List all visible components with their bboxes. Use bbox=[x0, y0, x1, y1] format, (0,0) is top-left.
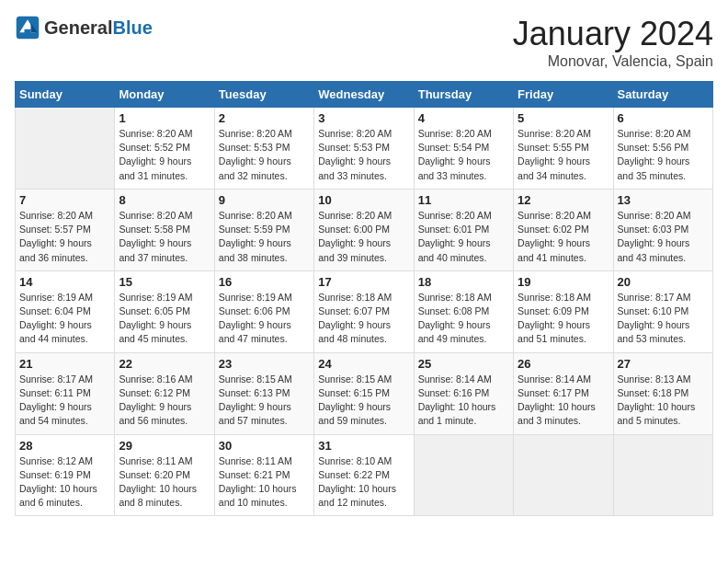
calendar-cell bbox=[514, 434, 613, 516]
day-info: Sunrise: 8:20 AM Sunset: 5:53 PM Dayligh… bbox=[318, 127, 409, 183]
day-number: 1 bbox=[119, 111, 210, 125]
day-info: Sunrise: 8:20 AM Sunset: 5:52 PM Dayligh… bbox=[119, 127, 210, 183]
day-number: 6 bbox=[618, 111, 709, 125]
logo-blue-text: Blue bbox=[112, 17, 152, 38]
calendar-cell: 9Sunrise: 8:20 AM Sunset: 5:59 PM Daylig… bbox=[214, 189, 313, 270]
day-info: Sunrise: 8:18 AM Sunset: 6:07 PM Dayligh… bbox=[318, 291, 409, 347]
calendar-cell: 26Sunrise: 8:14 AM Sunset: 6:17 PM Dayli… bbox=[514, 352, 613, 434]
calendar-cell: 22Sunrise: 8:16 AM Sunset: 6:12 PM Dayli… bbox=[115, 352, 214, 434]
day-number: 15 bbox=[119, 275, 210, 289]
day-info: Sunrise: 8:18 AM Sunset: 6:09 PM Dayligh… bbox=[518, 291, 609, 347]
day-info: Sunrise: 8:19 AM Sunset: 6:05 PM Dayligh… bbox=[119, 291, 210, 347]
day-number: 16 bbox=[219, 275, 310, 289]
calendar-cell: 4Sunrise: 8:20 AM Sunset: 5:54 PM Daylig… bbox=[414, 108, 513, 190]
weekday-header-wednesday: Wednesday bbox=[314, 82, 414, 108]
calendar-cell: 2Sunrise: 8:20 AM Sunset: 5:53 PM Daylig… bbox=[214, 108, 313, 190]
weekday-header-saturday: Saturday bbox=[613, 82, 712, 108]
day-info: Sunrise: 8:20 AM Sunset: 5:57 PM Dayligh… bbox=[19, 209, 110, 265]
weekday-header-friday: Friday bbox=[514, 82, 613, 108]
day-info: Sunrise: 8:15 AM Sunset: 6:15 PM Dayligh… bbox=[318, 373, 409, 429]
day-number: 23 bbox=[219, 357, 310, 371]
header: GeneralBlue January 2024 Monovar, Valenc… bbox=[15, 15, 713, 70]
calendar-cell: 14Sunrise: 8:19 AM Sunset: 6:04 PM Dayli… bbox=[16, 270, 115, 352]
day-info: Sunrise: 8:20 AM Sunset: 5:54 PM Dayligh… bbox=[418, 127, 509, 183]
calendar-cell: 29Sunrise: 8:11 AM Sunset: 6:20 PM Dayli… bbox=[115, 434, 214, 516]
calendar-cell: 12Sunrise: 8:20 AM Sunset: 6:02 PM Dayli… bbox=[514, 189, 613, 270]
logo-icon bbox=[15, 15, 40, 40]
day-number: 25 bbox=[418, 357, 509, 371]
day-info: Sunrise: 8:20 AM Sunset: 6:00 PM Dayligh… bbox=[318, 209, 409, 265]
day-number: 29 bbox=[119, 439, 210, 453]
weekday-header-thursday: Thursday bbox=[414, 82, 513, 108]
day-info: Sunrise: 8:20 AM Sunset: 5:53 PM Dayligh… bbox=[219, 127, 310, 183]
day-number: 14 bbox=[19, 275, 110, 289]
svg-rect-2 bbox=[25, 29, 31, 36]
day-info: Sunrise: 8:15 AM Sunset: 6:13 PM Dayligh… bbox=[219, 373, 310, 429]
calendar-cell bbox=[16, 108, 115, 190]
day-info: Sunrise: 8:13 AM Sunset: 6:18 PM Dayligh… bbox=[618, 373, 709, 429]
calendar-cell: 31Sunrise: 8:10 AM Sunset: 6:22 PM Dayli… bbox=[314, 434, 414, 516]
day-info: Sunrise: 8:12 AM Sunset: 6:19 PM Dayligh… bbox=[19, 454, 110, 511]
title-area: January 2024 Monovar, Valencia, Spain bbox=[513, 15, 713, 70]
day-info: Sunrise: 8:10 AM Sunset: 6:22 PM Dayligh… bbox=[318, 454, 409, 511]
calendar-cell: 7Sunrise: 8:20 AM Sunset: 5:57 PM Daylig… bbox=[16, 189, 115, 270]
calendar-cell: 11Sunrise: 8:20 AM Sunset: 6:01 PM Dayli… bbox=[414, 189, 513, 270]
calendar-cell: 27Sunrise: 8:13 AM Sunset: 6:18 PM Dayli… bbox=[613, 352, 712, 434]
weekday-header-row: SundayMondayTuesdayWednesdayThursdayFrid… bbox=[16, 82, 713, 108]
day-number: 5 bbox=[518, 111, 609, 125]
day-info: Sunrise: 8:14 AM Sunset: 6:16 PM Dayligh… bbox=[418, 373, 509, 429]
day-number: 2 bbox=[219, 111, 310, 125]
day-info: Sunrise: 8:20 AM Sunset: 6:02 PM Dayligh… bbox=[518, 209, 609, 265]
calendar-week-row: 1Sunrise: 8:20 AM Sunset: 5:52 PM Daylig… bbox=[16, 108, 713, 190]
day-number: 10 bbox=[318, 193, 409, 207]
calendar-cell: 21Sunrise: 8:17 AM Sunset: 6:11 PM Dayli… bbox=[16, 352, 115, 434]
calendar-cell: 30Sunrise: 8:11 AM Sunset: 6:21 PM Dayli… bbox=[214, 434, 313, 516]
day-number: 11 bbox=[418, 193, 509, 207]
calendar-table: SundayMondayTuesdayWednesdayThursdayFrid… bbox=[15, 81, 713, 516]
day-info: Sunrise: 8:19 AM Sunset: 6:06 PM Dayligh… bbox=[219, 291, 310, 347]
day-number: 21 bbox=[19, 357, 110, 371]
weekday-header-tuesday: Tuesday bbox=[214, 82, 313, 108]
day-info: Sunrise: 8:18 AM Sunset: 6:08 PM Dayligh… bbox=[418, 291, 509, 347]
day-info: Sunrise: 8:20 AM Sunset: 5:58 PM Dayligh… bbox=[119, 209, 210, 265]
day-info: Sunrise: 8:20 AM Sunset: 6:03 PM Dayligh… bbox=[618, 209, 709, 265]
calendar-week-row: 28Sunrise: 8:12 AM Sunset: 6:19 PM Dayli… bbox=[16, 434, 713, 516]
day-info: Sunrise: 8:19 AM Sunset: 6:04 PM Dayligh… bbox=[19, 291, 110, 347]
day-number: 7 bbox=[19, 193, 110, 207]
calendar-cell: 10Sunrise: 8:20 AM Sunset: 6:00 PM Dayli… bbox=[314, 189, 414, 270]
day-number: 24 bbox=[318, 357, 409, 371]
day-info: Sunrise: 8:20 AM Sunset: 6:01 PM Dayligh… bbox=[418, 209, 509, 265]
calendar-cell: 25Sunrise: 8:14 AM Sunset: 6:16 PM Dayli… bbox=[414, 352, 513, 434]
calendar-cell: 1Sunrise: 8:20 AM Sunset: 5:52 PM Daylig… bbox=[115, 108, 214, 190]
calendar-cell: 15Sunrise: 8:19 AM Sunset: 6:05 PM Dayli… bbox=[115, 270, 214, 352]
calendar-cell: 8Sunrise: 8:20 AM Sunset: 5:58 PM Daylig… bbox=[115, 189, 214, 270]
calendar-cell: 13Sunrise: 8:20 AM Sunset: 6:03 PM Dayli… bbox=[613, 189, 712, 270]
logo-general-text: General bbox=[44, 17, 112, 38]
day-info: Sunrise: 8:17 AM Sunset: 6:11 PM Dayligh… bbox=[19, 373, 110, 429]
day-info: Sunrise: 8:20 AM Sunset: 5:59 PM Dayligh… bbox=[219, 209, 310, 265]
calendar-cell bbox=[613, 434, 712, 516]
calendar-cell: 3Sunrise: 8:20 AM Sunset: 5:53 PM Daylig… bbox=[314, 108, 414, 190]
calendar-cell: 17Sunrise: 8:18 AM Sunset: 6:07 PM Dayli… bbox=[314, 270, 414, 352]
calendar-week-row: 7Sunrise: 8:20 AM Sunset: 5:57 PM Daylig… bbox=[16, 189, 713, 270]
calendar-cell: 16Sunrise: 8:19 AM Sunset: 6:06 PM Dayli… bbox=[214, 270, 313, 352]
calendar-cell: 23Sunrise: 8:15 AM Sunset: 6:13 PM Dayli… bbox=[214, 352, 313, 434]
calendar-cell: 20Sunrise: 8:17 AM Sunset: 6:10 PM Dayli… bbox=[613, 270, 712, 352]
day-number: 18 bbox=[418, 275, 509, 289]
day-info: Sunrise: 8:20 AM Sunset: 5:55 PM Dayligh… bbox=[518, 127, 609, 183]
day-number: 31 bbox=[318, 439, 409, 453]
day-info: Sunrise: 8:11 AM Sunset: 6:21 PM Dayligh… bbox=[219, 454, 310, 511]
calendar-week-row: 14Sunrise: 8:19 AM Sunset: 6:04 PM Dayli… bbox=[16, 270, 713, 352]
day-number: 4 bbox=[418, 111, 509, 125]
day-number: 27 bbox=[618, 357, 709, 371]
day-info: Sunrise: 8:14 AM Sunset: 6:17 PM Dayligh… bbox=[518, 373, 609, 429]
day-info: Sunrise: 8:11 AM Sunset: 6:20 PM Dayligh… bbox=[119, 454, 210, 511]
calendar-cell: 5Sunrise: 8:20 AM Sunset: 5:55 PM Daylig… bbox=[514, 108, 613, 190]
day-number: 20 bbox=[618, 275, 709, 289]
day-number: 26 bbox=[518, 357, 609, 371]
calendar-cell: 19Sunrise: 8:18 AM Sunset: 6:09 PM Dayli… bbox=[514, 270, 613, 352]
calendar-week-row: 21Sunrise: 8:17 AM Sunset: 6:11 PM Dayli… bbox=[16, 352, 713, 434]
calendar-cell: 18Sunrise: 8:18 AM Sunset: 6:08 PM Dayli… bbox=[414, 270, 513, 352]
location-title: Monovar, Valencia, Spain bbox=[513, 53, 713, 70]
day-number: 3 bbox=[318, 111, 409, 125]
